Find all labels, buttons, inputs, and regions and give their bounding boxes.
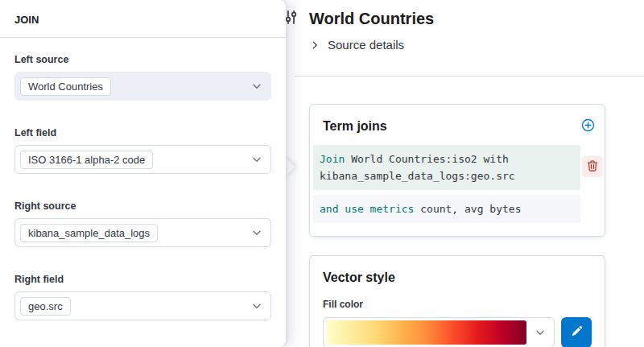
header-divider — [295, 76, 644, 76]
delete-join-button[interactable] — [582, 156, 603, 177]
right-source-group: Right source kibana_sample_data_logs — [14, 200, 271, 247]
color-ramp-swatch — [326, 320, 526, 345]
chevron-down-icon — [251, 227, 262, 238]
left-source-select[interactable]: World Countries — [14, 72, 271, 101]
chevron-down-icon — [535, 327, 546, 338]
maps-layer-settings-screen: World Countries Source details Term join… — [0, 0, 644, 347]
left-field-group: Left field ISO 3166-1 alpha-2 code — [14, 127, 271, 174]
chevron-down-icon — [251, 81, 262, 92]
source-details-toggle[interactable]: Source details — [309, 36, 404, 54]
right-field-select[interactable]: geo.src — [14, 291, 271, 320]
right-field-label: Right field — [14, 274, 271, 286]
trash-icon — [586, 159, 599, 175]
selected-option-pill: World Countries — [20, 77, 111, 96]
pencil-icon — [571, 325, 583, 340]
vector-style-title: Vector style — [323, 269, 592, 287]
join-keyword: Join — [320, 153, 345, 165]
right-source-label: Right source — [14, 200, 271, 213]
left-field-label: Left field — [14, 127, 271, 139]
join-popover-title: JOIN — [0, 0, 286, 37]
join-value: World Countries:iso2 with kibana_sample_… — [320, 153, 515, 182]
fill-color-row — [323, 317, 592, 347]
left-source-group: Left source World Countries — [14, 54, 271, 101]
term-joins-card: Term joins Join World Countries:iso2 wit… — [309, 104, 605, 237]
edit-fill-color-button[interactable] — [561, 317, 592, 347]
metrics-value: count, avg bytes — [420, 203, 521, 215]
plus-in-circle-icon — [581, 118, 595, 134]
vector-style-card: Vector style Fill color — [309, 255, 605, 347]
join-expression-group: Join World Countries:iso2 with kibana_sa… — [313, 145, 601, 223]
left-source-label: Left source — [14, 54, 271, 66]
right-field-group: Right field geo.src — [14, 274, 271, 320]
selected-option-pill: kibana_sample_data_logs — [20, 224, 158, 242]
fill-color-label: Fill color — [323, 298, 592, 311]
add-join-button[interactable] — [579, 118, 597, 135]
join-form: Left source World Countries Left field I… — [0, 38, 286, 320]
chevron-down-icon — [251, 154, 262, 165]
layer-title: World Countries — [309, 8, 434, 29]
right-source-select[interactable]: kibana_sample_data_logs — [14, 218, 271, 247]
metrics-keyword: and use metrics — [320, 203, 414, 215]
chevron-down-icon — [251, 300, 262, 312]
metrics-expression[interactable]: and use metrics count, avg bytes — [313, 195, 580, 223]
source-details-label: Source details — [328, 36, 404, 54]
fill-color-select[interactable] — [323, 317, 555, 347]
join-expression[interactable]: Join World Countries:iso2 with kibana_sa… — [313, 145, 580, 190]
selected-option-pill: ISO 3166-1 alpha-2 code — [20, 151, 153, 169]
term-joins-title: Term joins — [323, 118, 592, 135]
join-popover: JOIN Left source World Countries Left fi… — [0, 0, 286, 347]
left-field-select[interactable]: ISO 3166-1 alpha-2 code — [14, 145, 271, 174]
selected-option-pill: geo.src — [20, 297, 71, 316]
chevron-right-icon — [309, 39, 320, 51]
